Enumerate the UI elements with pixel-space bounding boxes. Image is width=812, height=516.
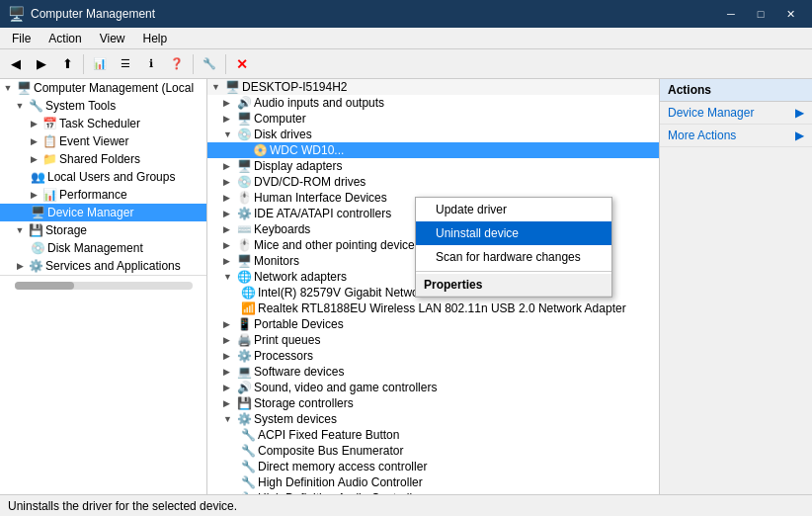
shared-folders-label: Shared Folders [59,152,140,166]
tree-local-users[interactable]: 👥 Local Users and Groups [0,168,206,186]
dev-processors[interactable]: ▶ ⚙️ Processors [207,348,659,364]
dev-root[interactable]: ▼ 🖥️ DESKTOP-I5194H2 [207,79,659,95]
action-device-manager[interactable]: Device Manager ▶ [660,102,812,125]
task-scheduler-label: Task Scheduler [59,117,140,130]
dev-acpi-label: ACPI Fixed Feature Button [258,428,399,442]
dev-dma-label: Direct memory access controller [258,460,427,473]
tree-event-viewer[interactable]: ▶ 📋 Event Viewer [0,132,206,150]
event-viewer-label: Event Viewer [59,134,128,148]
toolbar-sep2 [193,54,194,74]
action-more-actions-arrow: ▶ [795,129,804,142]
toolbar-delete[interactable]: ✕ [230,52,254,76]
root-toggle[interactable]: ▼ [2,82,14,94]
toolbar-back[interactable]: ◀ [4,52,28,76]
disk-management-icon: 💿 [30,240,45,256]
dev-hd-audio1[interactable]: 🔧 High Definition Audio Controller [207,474,659,490]
actions-panel: Actions Device Manager ▶ More Actions ▶ [659,79,812,494]
action-more-actions-label: More Actions [668,129,736,142]
dev-disk-drives[interactable]: ▼ 💿 Disk drives [207,127,659,142]
local-users-label: Local Users and Groups [47,170,175,184]
shared-folders-toggle[interactable]: ▶ [28,153,40,165]
task-scheduler-icon: 📅 [41,116,57,131]
dev-sound[interactable]: ▶ 🔊 Sound, video and game controllers [207,380,659,395]
toolbar-new[interactable]: 🔧 [198,52,221,76]
action-device-manager-label: Device Manager [668,106,754,120]
dev-audio-label: Audio inputs and outputs [254,96,384,110]
dev-system-label: System devices [254,412,337,426]
dev-computer[interactable]: ▶ 🖥️ Computer [207,111,659,127]
dev-disk-drives-label: Disk drives [254,128,312,141]
menu-action[interactable]: Action [41,30,89,47]
toolbar-up[interactable]: ⬆ [55,52,79,76]
toolbar-help[interactable]: ❓ [165,52,189,76]
close-button[interactable]: ✕ [776,4,804,24]
dev-display[interactable]: ▶ 🖥️ Display adapters [207,158,659,174]
action-device-manager-arrow: ▶ [795,106,804,120]
dev-wdc[interactable]: 📀 WDC WD10... [207,142,659,158]
dev-network-label: Network adapters [254,270,347,284]
dev-print[interactable]: ▶ 🖨️ Print queues [207,332,659,348]
dev-keyboards-label: Keyboards [254,222,310,236]
services-apps-icon: ⚙️ [28,258,43,274]
ctx-update-driver[interactable]: Update driver [416,198,611,221]
tree-device-manager[interactable]: 🖥️ Device Manager [0,204,206,221]
actions-title: Actions [660,79,812,102]
dev-system[interactable]: ▼ ⚙️ System devices [207,411,659,427]
dev-portable[interactable]: ▶ 📱 Portable Devices [207,316,659,332]
dev-ide-label: IDE ATA/ATAPI controllers [254,207,391,220]
tree-system-tools[interactable]: ▼ 🔧 System Tools [0,97,206,115]
performance-toggle[interactable]: ▶ [28,189,40,201]
action-more-actions[interactable]: More Actions ▶ [660,125,812,147]
dev-software[interactable]: ▶ 💻 Software devices [207,364,659,380]
dev-acpi[interactable]: 🔧 ACPI Fixed Feature Button [207,427,659,443]
dev-root-label: DESKTOP-I5194H2 [242,80,348,94]
services-apps-toggle[interactable]: ▶ [14,260,26,272]
tree-services-apps[interactable]: ▶ ⚙️ Services and Applications [0,257,206,275]
dev-display-label: Display adapters [254,159,342,173]
toolbar-list[interactable]: ☰ [114,52,137,76]
dev-hd-audio1-label: High Definition Audio Controller [258,475,423,489]
dev-mice-label: Mice and other pointing devices [254,238,421,252]
toolbar-properties[interactable]: ℹ [139,52,163,76]
minimize-button[interactable]: ─ [717,4,745,24]
performance-icon: 📊 [41,187,57,203]
menu-view[interactable]: View [92,30,133,47]
task-scheduler-toggle[interactable]: ▶ [28,118,40,129]
tree-shared-folders[interactable]: ▶ 📁 Shared Folders [0,150,206,168]
dev-composite[interactable]: 🔧 Composite Bus Enumerator [207,443,659,459]
dev-portable-label: Portable Devices [254,317,344,331]
ctx-scan-hardware[interactable]: Scan for hardware changes [416,245,611,269]
right-panel: ▼ 🖥️ DESKTOP-I5194H2 ▶ 🔊 Audio inputs an… [207,79,659,494]
system-tools-toggle[interactable]: ▼ [14,100,26,112]
toolbar: ◀ ▶ ⬆ 📊 ☰ ℹ ❓ 🔧 ✕ [0,49,812,79]
local-users-icon: 👥 [30,169,45,185]
toolbar-forward[interactable]: ▶ [30,52,53,76]
shared-folders-icon: 📁 [41,151,57,167]
tree-task-scheduler[interactable]: ▶ 📅 Task Scheduler [0,115,206,132]
tree-storage[interactable]: ▼ 💾 Storage [0,221,206,239]
dev-realtek[interactable]: 📶 Realtek RTL8188EU Wireless LAN 802.11n… [207,301,659,316]
dev-realtek-label: Realtek RTL8188EU Wireless LAN 802.11n U… [258,301,626,315]
dev-dma[interactable]: 🔧 Direct memory access controller [207,459,659,474]
toolbar-sep1 [83,54,84,74]
dev-audio[interactable]: ▶ 🔊 Audio inputs and outputs [207,95,659,111]
dev-dvd-label: DVD/CD-ROM drives [254,175,365,189]
tree-root[interactable]: ▼ 🖥️ Computer Management (Local [0,79,206,97]
left-panel: ▼ 🖥️ Computer Management (Local ▼ 🔧 Syst… [0,79,207,494]
title-bar-left: 🖥️ Computer Management [8,6,155,22]
ctx-uninstall-device[interactable]: Uninstall device [416,221,611,245]
event-viewer-toggle[interactable]: ▶ [28,135,40,147]
dev-storage-ctrl[interactable]: ▶ 💾 Storage controllers [207,395,659,411]
ctx-separator [416,271,611,272]
menu-file[interactable]: File [4,30,39,47]
menu-bar: File Action View Help [0,28,812,49]
maximize-button[interactable]: □ [747,4,774,24]
dev-dvd[interactable]: ▶ 💿 DVD/CD-ROM drives [207,174,659,190]
menu-help[interactable]: Help [135,30,176,47]
tree-disk-management[interactable]: 💿 Disk Management [0,239,206,257]
storage-toggle[interactable]: ▼ [14,224,26,236]
toolbar-show-hide[interactable]: 📊 [88,52,112,76]
tree-performance[interactable]: ▶ 📊 Performance [0,186,206,204]
main-area: ▼ 🖥️ Computer Management (Local ▼ 🔧 Syst… [0,79,812,494]
device-manager-icon: 🖥️ [30,205,45,220]
